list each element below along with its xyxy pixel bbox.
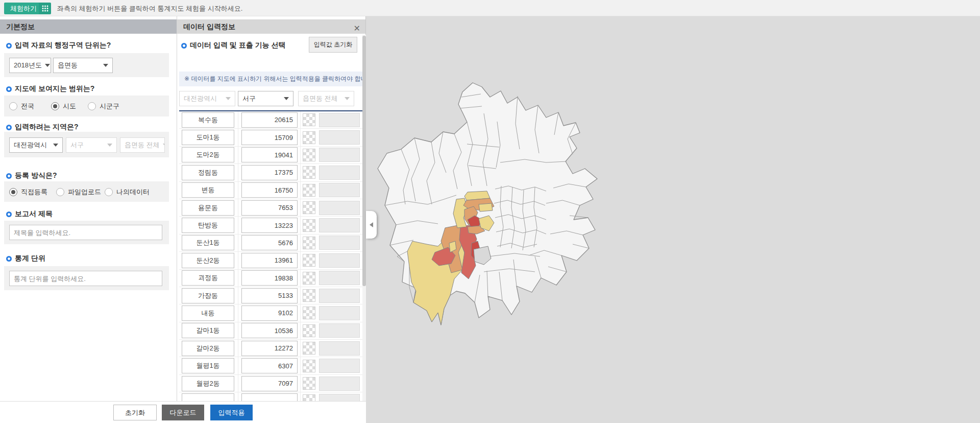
color-swatch-button[interactable] [303, 201, 315, 214]
district-value-input[interactable] [241, 235, 298, 250]
district-name-input[interactable] [182, 288, 234, 303]
radio-unchecked-icon[interactable] [105, 188, 113, 196]
district-value-input[interactable] [241, 182, 298, 198]
district-name-input[interactable] [182, 253, 234, 268]
color-swatch-button[interactable] [303, 113, 315, 126]
region-box: 대전광역시 서구 읍면동 전체 [4, 132, 169, 157]
data-sigungu-value: 서구 [242, 94, 256, 103]
color-swatch-button[interactable] [303, 324, 315, 337]
table-row [179, 147, 362, 164]
district-name-input[interactable] [182, 182, 234, 198]
district-name-input[interactable] [182, 323, 234, 338]
map-area [366, 16, 980, 423]
sido-select[interactable]: 대전광역시 [9, 137, 63, 153]
radio-option-파일업로드[interactable]: 파일업로드 [56, 187, 101, 197]
district-value-input[interactable] [241, 218, 298, 233]
grid-dots-icon[interactable] [39, 3, 51, 14]
table-row [179, 287, 362, 304]
district-name-input[interactable] [182, 218, 234, 233]
color-swatch-button[interactable] [303, 131, 315, 144]
radio-option-시도[interactable]: 시도 [51, 102, 76, 111]
color-swatch-button[interactable] [303, 360, 315, 372]
try-button[interactable]: 체험하기 [4, 3, 43, 14]
map-scope-box: 전국시도시군구 [4, 96, 169, 116]
radio-unchecked-icon[interactable] [88, 102, 96, 110]
table-scrollbar[interactable] [362, 35, 366, 401]
radio-option-전국[interactable]: 전국 [9, 102, 34, 111]
district-value-input[interactable] [241, 253, 298, 268]
district-value-input[interactable] [241, 376, 298, 391]
radio-checked-icon[interactable] [51, 102, 59, 110]
color-swatch-button[interactable] [303, 149, 315, 161]
district-value-input[interactable] [241, 200, 298, 216]
year-select[interactable]: 2018년도 [9, 58, 51, 73]
district-name-input[interactable] [182, 306, 234, 321]
close-icon[interactable]: ✕ [354, 21, 360, 36]
district-value-input[interactable] [241, 130, 298, 145]
district-name-input[interactable] [182, 376, 234, 391]
stat-unit-label: 통계 단위 [15, 254, 45, 263]
color-code-field-disabled [319, 271, 360, 285]
radio-option-시군구[interactable]: 시군구 [88, 102, 119, 111]
color-code-field-disabled [319, 253, 360, 268]
table-scrollbar-thumb[interactable] [362, 36, 366, 286]
panel-collapse-handle[interactable] [366, 211, 377, 239]
color-swatch-button[interactable] [303, 184, 315, 197]
report-title-input[interactable] [9, 225, 162, 240]
color-swatch-button[interactable] [303, 289, 315, 302]
color-swatch-button[interactable] [303, 307, 315, 319]
district-value-input[interactable] [241, 270, 298, 286]
color-swatch-button[interactable] [303, 219, 315, 232]
district-name-input[interactable] [182, 130, 234, 145]
radio-option-나의데이터[interactable]: 나의데이터 [105, 187, 150, 197]
district-value-input[interactable] [241, 341, 298, 356]
radio-unchecked-icon[interactable] [9, 102, 17, 110]
district-value-input[interactable] [241, 306, 298, 321]
data-emd-select: 읍면동 전체 [298, 91, 354, 106]
district-value-input[interactable] [241, 112, 298, 128]
data-sigungu-select[interactable]: 서구 [238, 91, 293, 106]
table-row [179, 357, 362, 374]
admin-unit-select[interactable]: 읍면동 [53, 58, 113, 73]
bullet-icon [6, 212, 12, 217]
download-button[interactable]: 다운로드 [162, 405, 204, 420]
color-swatch-button[interactable] [303, 394, 315, 401]
district-value-input[interactable] [241, 358, 298, 373]
reset-button[interactable]: 초기화 [113, 405, 157, 420]
district-name-input[interactable] [182, 165, 234, 180]
apply-button[interactable]: 입력적용 [210, 405, 253, 420]
data-select-section: 데이터 입력 및 표출 기능 선택 [181, 41, 285, 50]
district-name-input[interactable] [182, 358, 234, 373]
district-name-input[interactable] [182, 147, 234, 162]
color-code-field-disabled [319, 148, 360, 162]
topbar: 체험하기 좌측의 체험하기 버튼을 클릭하여 통계지도 체험을 시작하세요. [0, 0, 980, 16]
district-name-input[interactable] [182, 341, 234, 356]
stat-unit-input[interactable] [9, 271, 162, 286]
district-value-input[interactable] [241, 393, 298, 401]
bullet-icon [6, 173, 12, 179]
color-swatch-button[interactable] [303, 237, 315, 249]
color-swatch-button[interactable] [303, 166, 315, 179]
district-value-input[interactable] [241, 147, 298, 162]
color-swatch-button[interactable] [303, 254, 315, 267]
district-name-input[interactable] [182, 393, 234, 401]
district-name-input[interactable] [182, 200, 234, 216]
radio-checked-icon[interactable] [9, 188, 17, 196]
district-name-input[interactable] [182, 112, 234, 128]
district-name-input[interactable] [182, 235, 234, 250]
district-value-input[interactable] [241, 288, 298, 303]
district-value-input[interactable] [241, 323, 298, 338]
radio-option-직접등록[interactable]: 직접등록 [9, 187, 47, 197]
radio-unchecked-icon[interactable] [56, 188, 64, 196]
color-swatch-button[interactable] [303, 342, 315, 355]
reset-values-button[interactable]: 입력값 초기화 [309, 37, 357, 53]
daejeon-district-map[interactable] [366, 16, 980, 423]
district-value-input[interactable] [241, 165, 298, 180]
question-region-label: 입력하려는 지역은? [15, 123, 78, 132]
bullet-icon [6, 256, 12, 262]
radio-label: 직접등록 [21, 187, 47, 197]
color-swatch-button[interactable] [303, 272, 315, 285]
color-swatch-button[interactable] [303, 377, 315, 390]
district-name-input[interactable] [182, 270, 234, 286]
district-data-table [179, 110, 362, 401]
